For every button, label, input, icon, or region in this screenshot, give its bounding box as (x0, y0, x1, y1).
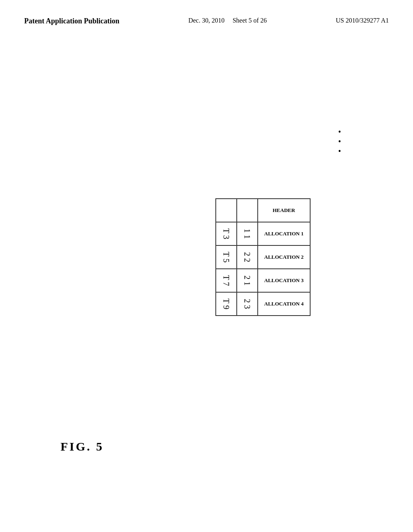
alloc3-num: 2 1 (237, 269, 258, 292)
alloc2-num: 2 2 (237, 245, 258, 269)
alloc4-column-label: ALLOCATION 4 (258, 292, 310, 316)
ellipsis-above: ••• (338, 127, 341, 156)
alloc1-t-val: T 3 (216, 222, 237, 245)
main-figure-area: FIG. 5 ••• HEADER ALLOCATION 1 ALLOCATIO… (0, 58, 413, 502)
alloc2-t-val: T 5 (216, 245, 237, 269)
allocation-table: HEADER ALLOCATION 1 ALLOCATION 2 ALLOCAT… (215, 198, 311, 316)
header-left: Patent Application Publication (24, 16, 119, 26)
alloc3-column-label: ALLOCATION 3 (258, 269, 310, 292)
header-column-label: HEADER (258, 199, 310, 222)
publication-title: Patent Application Publication (24, 17, 119, 25)
page-header: Patent Application Publication Dec. 30, … (0, 0, 413, 34)
figure-label: FIG. 5 (60, 440, 104, 453)
header-num (237, 199, 258, 222)
header-right: US 2010/329277 A1 (336, 16, 389, 25)
alloc4-num: 2 3 (237, 292, 258, 316)
patent-number: US 2010/329277 A1 (336, 17, 389, 24)
alloc4-t-val: T 9 (216, 292, 237, 316)
alloc2-column-label: ALLOCATION 2 (258, 245, 310, 269)
alloc1-num: 1 1 (237, 222, 258, 245)
header-center: Dec. 30, 2010 Sheet 5 of 26 (188, 16, 267, 25)
t-value-row: T 3 T 5 T 7 T 9 (216, 199, 237, 316)
sheet-info: Sheet 5 of 26 (233, 17, 267, 24)
header-t-val (216, 199, 237, 222)
diagram-container: ••• HEADER ALLOCATION 1 ALLOCATION 2 ALL… (123, 256, 322, 305)
publication-date: Dec. 30, 2010 (188, 17, 225, 24)
alloc1-column-label: ALLOCATION 1 (258, 222, 310, 245)
alloc3-t-val: T 7 (216, 269, 237, 292)
column-header-row: HEADER ALLOCATION 1 ALLOCATION 2 ALLOCAT… (258, 199, 310, 316)
number-row: 1 1 2 2 2 1 2 3 (237, 199, 258, 316)
